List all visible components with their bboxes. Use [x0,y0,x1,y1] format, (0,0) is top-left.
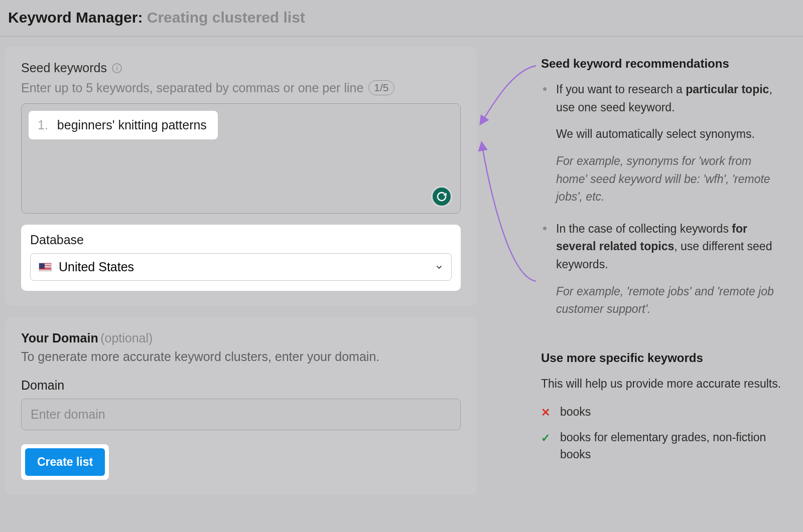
us-flag-icon [39,263,52,272]
rec2-sub1: For example, 'remote jobs' and 'remote j… [556,285,774,316]
database-select[interactable]: United States [30,253,452,281]
example-good-row: ✓ books for elementary grades, non-ficti… [541,429,783,463]
specific-keywords-section: Use more specific keywords This will hel… [541,351,783,463]
keyword-number: 1. [38,118,48,132]
grammarly-icon[interactable] [431,186,452,207]
title-main: Keyword Manager: [8,9,143,26]
keyword-text: beginners' knitting patterns [57,118,207,132]
recommendation-item-2: In the case of collecting keywords for s… [541,220,783,318]
domain-desc: To generate more accurate keyword cluste… [21,349,461,364]
database-label: Database [30,233,452,247]
recommendations-title: Seed keyword recommendations [541,57,783,71]
seed-keywords-card: Seed keywords i Enter up to 5 keywords, … [5,47,477,306]
recommendation-item-1: If you want to research a particular top… [541,81,783,206]
title-subtitle: Creating clustered list [147,9,305,26]
seed-label-row: Seed keywords i [21,61,461,75]
seed-help-row: Enter up to 5 keywords, separated by com… [21,80,461,95]
domain-field-label: Domain [21,378,461,393]
example-good: books for elementary grades, non-fiction… [560,429,783,463]
rec2-pre: In the case of collecting keywords [556,222,732,235]
chevron-down-icon [435,263,443,271]
seed-help-text: Enter up to 5 keywords, separated by com… [21,81,363,95]
right-column: Seed keyword recommendations If you want… [486,47,803,495]
rec1-sub1: We will automatically select synonyms. [556,125,783,143]
seed-counter: 1/5 [368,80,394,95]
example-bad: books [560,403,591,421]
check-icon: ✓ [541,430,552,446]
page-header: Keyword Manager: Creating clustered list [0,0,803,36]
create-list-button[interactable]: Create list [25,448,105,476]
info-icon[interactable]: i [112,63,122,73]
main-content: Seed keywords i Enter up to 5 keywords, … [0,37,803,505]
page-title: Keyword Manager: Creating clustered list [8,9,795,26]
seed-keywords-input[interactable]: 1. beginners' knitting patterns [21,103,461,214]
rec1-sub2: For example, synonyms for 'work from hom… [556,154,770,203]
domain-card: Your Domain (optional) To generate more … [5,317,477,495]
domain-optional: (optional) [100,331,153,345]
domain-input[interactable] [21,399,461,430]
rec1-strong: particular topic [686,83,769,96]
left-column: Seed keywords i Enter up to 5 keywords, … [5,47,477,495]
specific-title: Use more specific keywords [541,351,783,365]
database-selected: United States [59,260,134,274]
database-panel: Database United States [21,225,461,291]
rec1-pre: If you want to research a [556,83,686,96]
recommendations-list: If you want to research a particular top… [541,81,783,318]
example-bad-row: ✕ books [541,403,783,421]
keyword-chip[interactable]: 1. beginners' knitting patterns [29,111,218,139]
x-icon: ✕ [541,404,552,421]
domain-headline-row: Your Domain (optional) [21,331,461,345]
seed-label: Seed keywords [21,61,107,75]
domain-headline: Your Domain [21,331,98,345]
specific-desc: This will help us provide more accurate … [541,375,783,393]
create-button-wrap: Create list [21,444,109,480]
